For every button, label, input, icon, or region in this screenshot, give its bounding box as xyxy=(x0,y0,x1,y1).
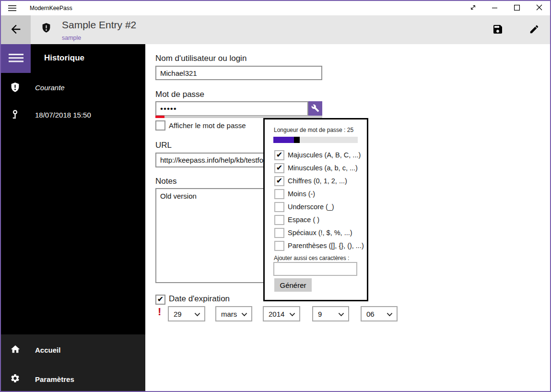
special-label: Spéciaux (!, $, %, ...) xyxy=(288,228,352,238)
wrench-icon xyxy=(311,104,319,114)
underscore-label: Underscore (_) xyxy=(288,202,334,212)
nav-item-label: Paramètres xyxy=(35,375,74,383)
close-icon xyxy=(536,4,542,12)
special-checkbox[interactable] xyxy=(274,228,284,238)
entry-subtitle[interactable]: sample xyxy=(62,35,81,41)
resize-button[interactable] xyxy=(462,1,484,15)
key-icon xyxy=(10,109,21,120)
uppercase-checkbox[interactable]: ✔ xyxy=(274,150,284,160)
generate-button[interactable]: Générer xyxy=(274,278,312,292)
nav-item-label: Accueil xyxy=(35,346,60,354)
maximize-icon xyxy=(514,5,520,12)
underscore-checkbox[interactable] xyxy=(274,202,284,212)
space-label: Espace ( ) xyxy=(288,215,319,225)
username-label: Nom d'utilisateur ou login xyxy=(155,54,246,63)
month-dropdown[interactable]: mars xyxy=(215,306,252,321)
expiration-label: Date d'expiration xyxy=(169,294,230,304)
history-section-title: Historique xyxy=(44,53,84,63)
brackets-checkbox[interactable] xyxy=(274,241,284,251)
digits-checkbox[interactable]: ✔ xyxy=(274,176,284,186)
back-arrow-icon xyxy=(9,23,23,37)
hamburger-icon xyxy=(8,5,16,13)
checkmark-icon: ✔ xyxy=(157,296,164,303)
entry-title: Sample Entry #2 xyxy=(62,19,136,31)
space-checkbox[interactable] xyxy=(274,215,284,225)
month-value: mars xyxy=(221,310,237,318)
length-label: Longueur de mot de passe : 25 xyxy=(274,127,353,133)
edit-button[interactable] xyxy=(523,15,546,44)
minus-checkbox[interactable] xyxy=(274,189,284,199)
window-controls xyxy=(462,1,550,15)
hour-dropdown[interactable]: 9 xyxy=(312,306,349,321)
digits-label: Chiffres (0, 1, 2, ...) xyxy=(288,176,347,186)
generate-password-button[interactable] xyxy=(308,101,322,116)
length-slider-fill xyxy=(273,137,294,143)
length-slider-thumb[interactable] xyxy=(294,137,300,143)
year-value: 2014 xyxy=(269,310,284,318)
year-dropdown[interactable]: 2014 xyxy=(263,306,300,321)
day-value: 29 xyxy=(174,310,182,318)
save-button[interactable] xyxy=(486,15,509,44)
checkmark-icon: ✔ xyxy=(276,164,282,172)
maximize-button[interactable] xyxy=(506,1,528,15)
home-icon xyxy=(10,344,21,355)
day-dropdown[interactable]: 29 xyxy=(168,306,205,321)
hour-value: 9 xyxy=(318,310,322,318)
edit-pencil-icon xyxy=(529,24,539,36)
history-item-label: Courante xyxy=(35,83,65,92)
gear-icon xyxy=(10,373,21,384)
uppercase-label: Majuscules (A, B, C, ...) xyxy=(288,150,361,160)
custom-chars-label: Ajouter aussi ces caractères : xyxy=(274,255,349,261)
show-password-label: Afficher le mot de passe xyxy=(169,121,246,130)
app-window: ModernKeePass xyxy=(0,0,551,392)
entry-shield-icon xyxy=(41,23,51,36)
password-label: Mot de passe xyxy=(155,90,204,99)
minute-dropdown[interactable]: 06 xyxy=(361,306,398,321)
password-strength-fill xyxy=(155,116,164,118)
back-button[interactable] xyxy=(1,15,31,44)
minimize-button[interactable] xyxy=(484,1,506,15)
lowercase-checkbox[interactable]: ✔ xyxy=(274,163,284,173)
diagonal-resize-icon xyxy=(469,3,477,13)
url-label: URL xyxy=(155,141,172,150)
checkmark-icon: ✔ xyxy=(276,177,282,185)
chevron-down-icon xyxy=(289,310,295,318)
chevron-down-icon xyxy=(387,310,393,318)
chevron-down-icon xyxy=(241,310,247,318)
username-input[interactable] xyxy=(155,66,322,80)
minute-value: 06 xyxy=(366,310,375,318)
expiration-warning-icon: ! xyxy=(158,306,161,318)
chevron-down-icon xyxy=(338,310,344,318)
title-bar: ModernKeePass xyxy=(1,1,550,15)
checkmark-icon: ✔ xyxy=(276,151,282,159)
password-generator-popup: Longueur de mot de passe : 25 ✔ Majuscul… xyxy=(263,118,368,301)
history-sidebar: Historique Courante 18/07/2018 15:50 Acc… xyxy=(1,44,145,391)
expiration-checkbox[interactable]: ✔ xyxy=(155,295,165,305)
hamburger-icon xyxy=(9,54,23,64)
nav-toggle-button[interactable] xyxy=(1,44,31,73)
chevron-down-icon xyxy=(194,310,200,318)
shield-exclamation-icon xyxy=(10,82,21,93)
sidebar-footer: Accueil Paramètres xyxy=(1,334,145,391)
minus-label: Moins (-) xyxy=(288,189,315,199)
history-item-label: 18/07/2018 15:50 xyxy=(35,111,91,119)
save-floppy-icon xyxy=(492,24,504,36)
password-input[interactable] xyxy=(155,101,308,116)
app-title: ModernKeePass xyxy=(30,1,72,15)
notes-label: Notes xyxy=(155,177,176,186)
minimize-icon xyxy=(492,5,498,12)
close-button[interactable] xyxy=(528,1,550,15)
show-password-checkbox[interactable] xyxy=(155,120,165,131)
lowercase-label: Minuscules (a, b, c, ...) xyxy=(288,163,358,173)
brackets-label: Parenthèses ([], {}, (), ...) xyxy=(288,241,364,251)
length-slider[interactable] xyxy=(273,137,358,143)
custom-chars-input[interactable] xyxy=(273,262,357,276)
entry-header: Sample Entry #2 sample xyxy=(1,15,550,44)
